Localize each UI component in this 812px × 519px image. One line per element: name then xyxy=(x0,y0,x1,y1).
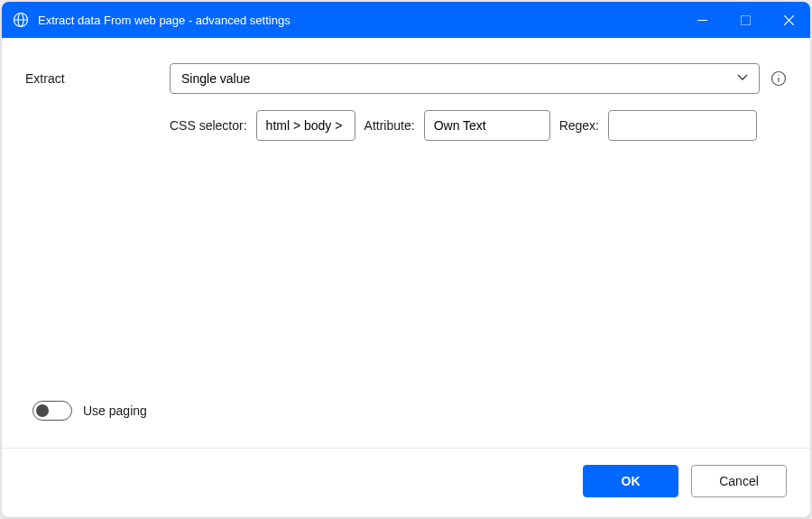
use-paging-label: Use paging xyxy=(83,403,147,418)
regex-label: Regex: xyxy=(559,118,599,133)
selector-row: CSS selector: Attribute: Regex: xyxy=(25,110,787,141)
minimize-button[interactable] xyxy=(680,2,724,38)
dialog-content: Extract Single value xyxy=(2,38,810,448)
css-selector-input[interactable] xyxy=(256,110,355,141)
dialog-window: Extract data From web page - advanced se… xyxy=(2,2,810,517)
css-selector-label: CSS selector: xyxy=(170,118,247,133)
window-title: Extract data From web page - advanced se… xyxy=(38,14,680,27)
svg-point-9 xyxy=(778,74,779,75)
close-button[interactable] xyxy=(767,2,810,38)
use-paging-toggle[interactable] xyxy=(32,401,72,421)
svg-rect-4 xyxy=(741,15,750,24)
toggle-knob xyxy=(36,404,49,417)
dialog-footer: OK Cancel xyxy=(2,449,810,517)
regex-input[interactable] xyxy=(608,110,757,141)
attribute-input[interactable] xyxy=(424,110,550,141)
maximize-button xyxy=(724,2,767,38)
extract-label: Extract xyxy=(25,71,170,86)
globe-icon xyxy=(13,12,29,28)
ok-button[interactable]: OK xyxy=(583,465,678,497)
extract-row: Extract Single value xyxy=(25,63,787,94)
titlebar: Extract data From web page - advanced se… xyxy=(2,2,810,38)
cancel-button[interactable]: Cancel xyxy=(691,465,787,497)
extract-select[interactable]: Single value xyxy=(170,63,760,94)
use-paging-row: Use paging xyxy=(32,401,787,421)
extract-select-value: Single value xyxy=(181,71,250,86)
info-icon[interactable] xyxy=(770,70,787,87)
window-controls xyxy=(680,2,810,38)
attribute-label: Attribute: xyxy=(364,118,415,133)
